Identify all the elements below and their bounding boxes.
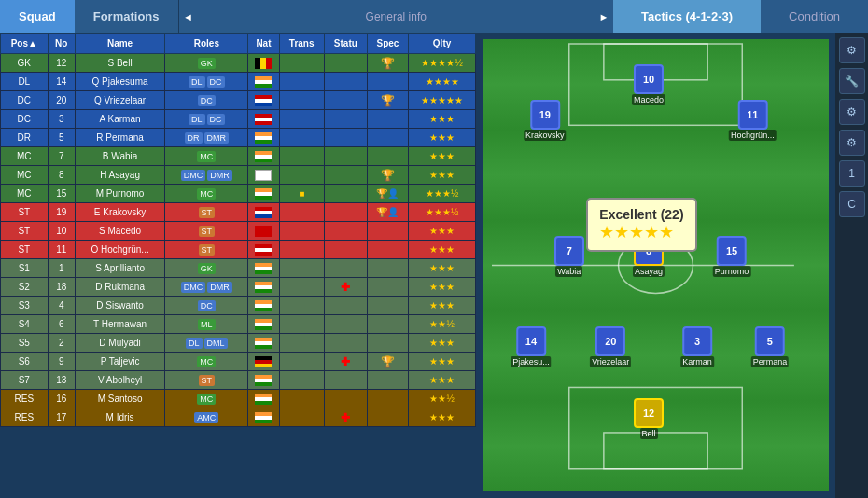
name-cell[interactable]: D Mulyadi: [75, 334, 165, 353]
player-shirt[interactable]: 7: [554, 236, 584, 266]
name-cell[interactable]: H Asayag: [75, 166, 165, 185]
col-pos[interactable]: Pos▲: [1, 34, 49, 54]
table-row[interactable]: S7 13 V Abolheyl ST ★★★: [1, 371, 476, 390]
player-name: Wabia: [555, 266, 582, 277]
name-cell[interactable]: V Abolheyl: [75, 371, 165, 390]
tab-general-info[interactable]: General info: [198, 0, 595, 33]
field-player[interactable]: 10 Macedo: [632, 64, 665, 105]
table-row[interactable]: DC 3 A Karman DLDC ★★★: [1, 110, 476, 129]
player-shirt[interactable]: 5: [755, 326, 785, 356]
col-qlty[interactable]: Qlty: [409, 34, 476, 54]
name-cell[interactable]: T Hermawan: [75, 315, 165, 334]
player-shirt[interactable]: 3: [682, 326, 712, 356]
sidebar-btn-1[interactable]: 1: [839, 160, 865, 187]
name-cell[interactable]: E Krakovsky: [75, 203, 165, 222]
spec-cell: [367, 297, 408, 315]
player-shirt[interactable]: 19: [530, 100, 560, 130]
sidebar-btn-config[interactable]: ⚙: [839, 99, 865, 125]
field-player[interactable]: 3 Karman: [680, 326, 714, 367]
name-cell[interactable]: P Taljevic: [75, 353, 165, 371]
nat-cell: [248, 185, 279, 203]
tab-tactics[interactable]: Tactics (4-1-2-3): [613, 0, 761, 33]
table-row[interactable]: MC 8 H Asayag DMCDMR 🏆 ★★★: [1, 166, 476, 185]
table-row[interactable]: ST 10 S Macedo ST ★★★: [1, 222, 476, 241]
name-cell[interactable]: A Karman: [75, 110, 165, 129]
table-row[interactable]: RES 17 M Idris AMC ✚ ★★★: [1, 408, 476, 427]
name-cell[interactable]: S Aprillianto: [75, 259, 165, 278]
player-shirt[interactable]: 12: [634, 398, 664, 428]
sidebar-btn-options[interactable]: ⚙: [839, 130, 865, 156]
sidebar-btn-settings[interactable]: ⚙: [839, 37, 865, 63]
flag-icon: [255, 114, 272, 125]
tab-condition[interactable]: Condition: [761, 0, 868, 33]
status-cell: [324, 259, 367, 278]
field-player[interactable]: 5 Permana: [751, 326, 790, 367]
role-badge: ST: [199, 244, 216, 256]
name-cell[interactable]: D Rukmana: [75, 278, 165, 297]
name-cell[interactable]: M Purnomo: [75, 185, 165, 203]
field-player[interactable]: 14 Pjakesu...: [511, 326, 552, 367]
player-shirt[interactable]: 11: [737, 100, 767, 130]
trans-cell: [279, 73, 324, 91]
field-player[interactable]: 20 Vriezelaar: [590, 326, 631, 367]
pos-cell: DC: [1, 110, 49, 129]
table-row[interactable]: MC 7 B Wabia MC ★★★: [1, 147, 476, 166]
name-cell[interactable]: R Permana: [75, 129, 165, 147]
table-row[interactable]: RES 16 M Santoso MC ★★½: [1, 390, 476, 408]
spec-cell: 🏆👤: [367, 203, 408, 222]
trans-cell: [279, 129, 324, 147]
name-cell[interactable]: Q Pjakesuma: [75, 73, 165, 91]
table-row[interactable]: DR 5 R Permana DRDMR ★★★: [1, 129, 476, 147]
name-cell[interactable]: B Wabia: [75, 147, 165, 166]
player-shirt[interactable]: 10: [634, 64, 664, 94]
field-player[interactable]: 19 Krakovsky: [524, 100, 567, 141]
role-badge: MC: [197, 151, 216, 162]
col-roles[interactable]: Roles: [165, 34, 248, 54]
name-cell[interactable]: D Siswanto: [75, 297, 165, 315]
tab-formations[interactable]: Formations: [75, 0, 179, 33]
col-no[interactable]: No: [48, 34, 75, 54]
col-name[interactable]: Name: [75, 34, 165, 54]
table-row[interactable]: S3 4 D Siswanto DC ★★★: [1, 297, 476, 315]
nav-arrow-left[interactable]: ◄: [179, 0, 198, 33]
table-row[interactable]: S6 9 P Taljevic MC ✚ 🏆 ★★★: [1, 353, 476, 371]
col-nat[interactable]: Nat: [248, 34, 279, 54]
roles-cell: GK: [165, 259, 248, 278]
table-row[interactable]: DL 14 Q Pjakesuma DLDC ★★★★: [1, 73, 476, 91]
sidebar-btn-tools[interactable]: 🔧: [839, 68, 865, 94]
field-player[interactable]: 15 Purnomo: [713, 236, 751, 277]
table-row[interactable]: ST 19 E Krakovsky ST 🏆👤 ★★★½: [1, 203, 476, 222]
col-trans[interactable]: Trans: [279, 34, 324, 54]
name-cell[interactable]: S Bell: [75, 54, 165, 73]
player-shirt[interactable]: 15: [717, 236, 747, 266]
tab-squad[interactable]: Squad: [0, 0, 75, 33]
no-cell: 12: [48, 54, 75, 73]
player-shirt[interactable]: 14: [516, 326, 546, 356]
status-cell: [324, 241, 367, 259]
sidebar-btn-c[interactable]: C: [839, 191, 865, 217]
table-row[interactable]: S1 1 S Aprillianto GK ★★★: [1, 259, 476, 278]
name-cell[interactable]: Q Vriezelaar: [75, 91, 165, 110]
field-player[interactable]: 11 Hochgrün...: [729, 100, 777, 141]
name-cell[interactable]: O Hochgrün...: [75, 241, 165, 259]
qlty-cell: ★★★: [409, 166, 476, 185]
table-row[interactable]: MC 15 M Purnomo MC ■ 🏆👤 ★★★½: [1, 185, 476, 203]
col-spec[interactable]: Spec: [367, 34, 408, 54]
table-row[interactable]: DC 20 Q Vriezelaar DC 🏆 ★★★★★: [1, 91, 476, 110]
player-shirt[interactable]: 20: [595, 326, 625, 356]
nav-arrow-right[interactable]: ►: [595, 0, 613, 33]
table-row[interactable]: S2 18 D Rukmana DMCDMR ✚ ★★★: [1, 278, 476, 297]
table-row[interactable]: S5 2 D Mulyadi DLDML ★★★: [1, 334, 476, 353]
table-row[interactable]: ST 11 O Hochgrün... ST ★★★: [1, 241, 476, 259]
name-cell[interactable]: S Macedo: [75, 222, 165, 241]
name-cell[interactable]: M Idris: [75, 408, 165, 427]
field-player[interactable]: 12 Bell: [634, 398, 664, 439]
table-row[interactable]: S4 6 T Hermawan ML ★★½: [1, 315, 476, 334]
name-cell[interactable]: M Santoso: [75, 390, 165, 408]
table-row[interactable]: GK 12 S Bell GK 🏆 ★★★★½: [1, 54, 476, 73]
field-player[interactable]: 7 Wabia: [554, 236, 584, 277]
qlty-cell: ★★★: [409, 334, 476, 353]
no-cell: 11: [48, 241, 75, 259]
nat-cell: [248, 241, 279, 259]
col-status[interactable]: Statu: [324, 34, 367, 54]
